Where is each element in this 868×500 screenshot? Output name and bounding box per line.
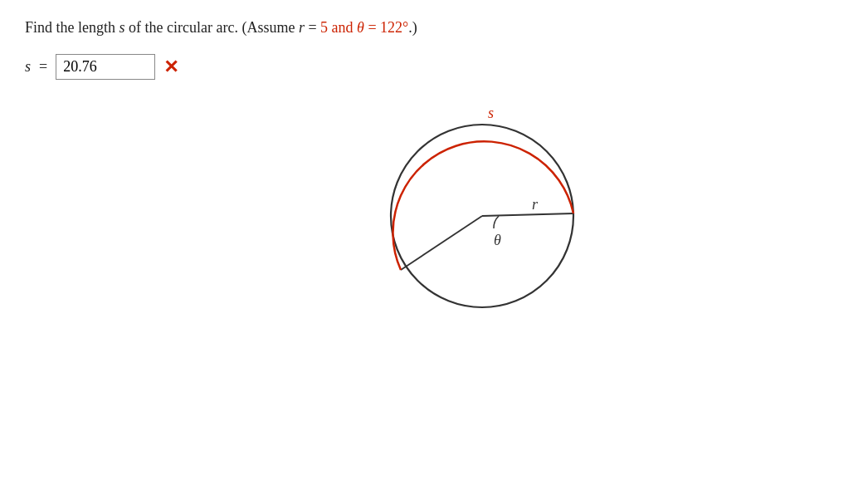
s-variable-q: s — [119, 19, 125, 36]
circle-diagram: s r θ — [359, 83, 608, 332]
question-middle: of the circular arc. (Assume — [125, 19, 299, 36]
s-label: s — [25, 58, 31, 76]
answer-input[interactable] — [56, 54, 155, 80]
theta-variable: θ — [357, 19, 364, 36]
theta-value: 122° — [380, 19, 408, 36]
equals-sign: = — [39, 58, 47, 76]
s-diagram-label: s — [488, 105, 494, 121]
r-variable: r — [299, 19, 305, 36]
svg-line-2 — [482, 213, 573, 216]
answer-row: s = ✕ — [25, 54, 843, 80]
and-text: and — [328, 19, 357, 36]
theta-diagram-label: θ — [494, 232, 501, 248]
clear-icon[interactable]: ✕ — [163, 58, 178, 76]
question-suffix: .) — [408, 19, 417, 36]
page-container: Find the length s of the circular arc. (… — [0, 0, 868, 500]
r-diagram-label: r — [532, 196, 539, 213]
equals1: = — [305, 19, 320, 36]
equals2: = — [364, 19, 380, 36]
r-value: 5 — [320, 19, 328, 36]
diagram-area: s r θ — [359, 83, 608, 332]
question-prefix: Find the length — [25, 19, 119, 36]
svg-line-1 — [401, 216, 482, 270]
question-text: Find the length s of the circular arc. (… — [25, 17, 843, 39]
